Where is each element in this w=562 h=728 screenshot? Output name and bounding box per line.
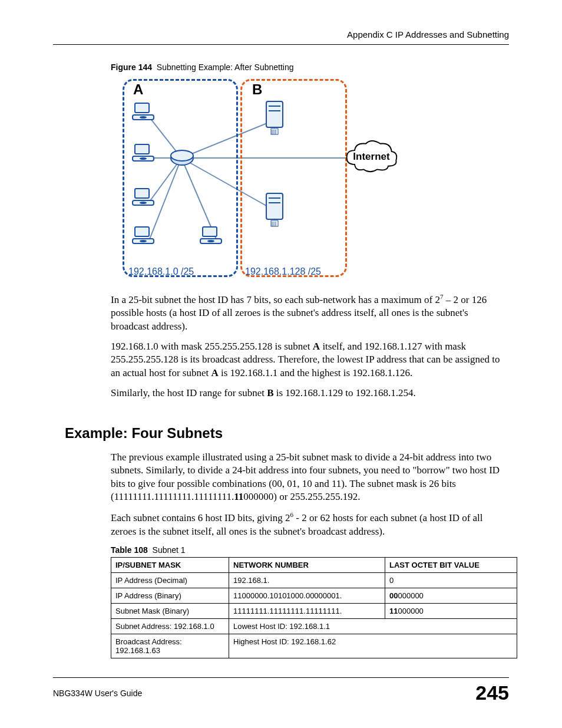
th-ipsubnet: IP/SUBNET MASK xyxy=(111,558,229,573)
paragraph-4: The previous example illustrated using a… xyxy=(111,451,509,504)
computer-icon xyxy=(131,226,155,247)
computer-icon xyxy=(199,226,223,247)
router-icon xyxy=(170,149,194,167)
computer-icon xyxy=(131,102,155,123)
table-row: Subnet Address: 192.168.1.0 Lowest Host … xyxy=(111,619,517,634)
svg-rect-11 xyxy=(135,144,149,154)
table-row: Broadcast Address: 192.168.1.63 Highest … xyxy=(111,634,517,658)
th-network: NETWORK NUMBER xyxy=(229,558,385,573)
svg-rect-25 xyxy=(266,101,283,127)
table-row: IP Address (Decimal) 192.168.1. 0 xyxy=(111,573,517,588)
subnet-a-label: A xyxy=(133,81,143,98)
page-footer: NBG334W User's Guide 245 xyxy=(53,677,509,704)
subnet-table: IP/SUBNET MASK NETWORK NUMBER LAST OCTET… xyxy=(111,557,517,658)
page-number: 245 xyxy=(475,681,509,704)
paragraph-1: In a 25-bit subnet the host ID has 7 bit… xyxy=(111,292,509,333)
computer-icon xyxy=(131,187,155,209)
figure-title: Subnetting Example: After Subnetting xyxy=(157,62,294,72)
footer-guide: NBG334W User's Guide xyxy=(53,689,142,698)
subnet-b-box xyxy=(240,79,347,277)
paragraph-2: 192.168.1.0 with mask 255.255.255.128 is… xyxy=(111,340,509,380)
section-heading: Example: Four Subnets xyxy=(65,425,509,442)
internet-cloud: Internet xyxy=(343,139,399,176)
svg-point-24 xyxy=(171,150,193,161)
svg-rect-8 xyxy=(135,103,149,113)
subnet-b-label: B xyxy=(252,81,262,98)
svg-point-10 xyxy=(140,116,147,118)
server-icon xyxy=(264,100,285,136)
table-row: Subnet Mask (Binary) 11111111.11111111.1… xyxy=(111,604,517,619)
table-row: IP Address (Binary) 11000000.10101000.00… xyxy=(111,588,517,604)
computer-icon xyxy=(131,143,155,164)
svg-rect-17 xyxy=(135,227,149,236)
paragraph-5: Each subnet contains 6 host ID bits, giv… xyxy=(111,510,509,538)
page-header: Appendix C IP Addresses and Subnetting xyxy=(53,29,509,44)
internet-label: Internet xyxy=(343,151,399,163)
paragraph-3: Similarly, the host ID range for subnet … xyxy=(111,387,509,400)
figure-label: Figure 144 xyxy=(111,62,152,72)
server-icon xyxy=(264,192,285,228)
figure-diagram: A B Internet 192.168.1.0 /25 192.168.1.1… xyxy=(123,75,402,282)
subnet-b-ip: 192.168.1.128 /25 xyxy=(245,266,321,277)
svg-point-19 xyxy=(140,240,147,242)
figure-caption: Figure 144 Subnetting Example: After Sub… xyxy=(111,62,509,72)
subnet-a-ip: 192.168.1.0 /25 xyxy=(128,266,194,277)
th-octet: LAST OCTET BIT VALUE xyxy=(385,558,517,573)
svg-point-13 xyxy=(140,157,147,160)
table-label: Table 108 xyxy=(111,545,148,555)
table-caption: Table 108 Subnet 1 xyxy=(111,545,509,555)
svg-rect-14 xyxy=(135,189,149,198)
table-title: Subnet 1 xyxy=(153,545,186,555)
svg-point-16 xyxy=(140,202,147,204)
header-rule xyxy=(53,44,509,45)
svg-point-22 xyxy=(207,240,214,242)
svg-rect-20 xyxy=(203,227,217,236)
table-header-row: IP/SUBNET MASK NETWORK NUMBER LAST OCTET… xyxy=(111,558,517,573)
svg-rect-32 xyxy=(266,193,283,219)
